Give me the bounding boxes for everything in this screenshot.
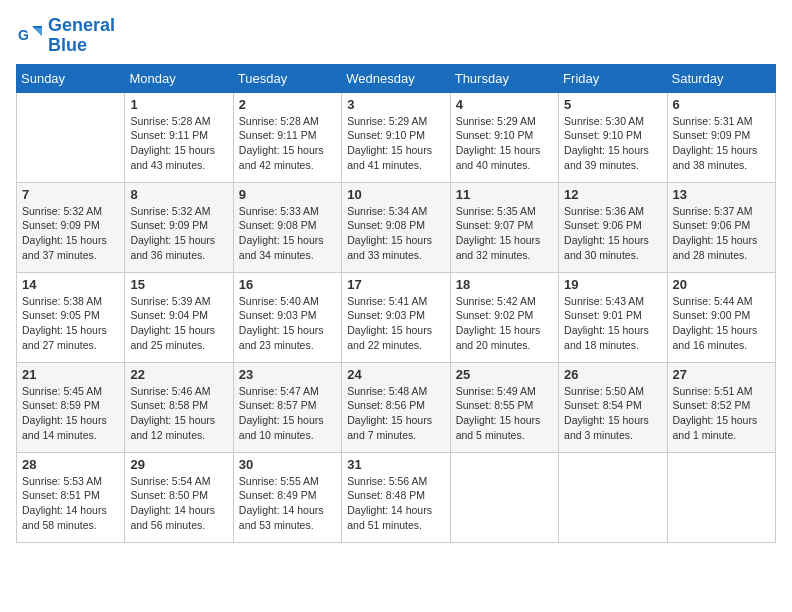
day-header-friday: Friday <box>559 64 667 92</box>
day-number: 20 <box>673 277 770 292</box>
week-row-4: 21Sunrise: 5:45 AMSunset: 8:59 PMDayligh… <box>17 362 776 452</box>
calendar-cell <box>667 452 775 542</box>
cell-info: Sunrise: 5:45 AMSunset: 8:59 PMDaylight:… <box>22 384 119 443</box>
calendar-cell: 13Sunrise: 5:37 AMSunset: 9:06 PMDayligh… <box>667 182 775 272</box>
day-number: 28 <box>22 457 119 472</box>
calendar-cell: 10Sunrise: 5:34 AMSunset: 9:08 PMDayligh… <box>342 182 450 272</box>
calendar-cell <box>559 452 667 542</box>
logo-text: GeneralBlue <box>48 16 115 56</box>
day-number: 31 <box>347 457 444 472</box>
cell-info: Sunrise: 5:51 AMSunset: 8:52 PMDaylight:… <box>673 384 770 443</box>
calendar-cell: 22Sunrise: 5:46 AMSunset: 8:58 PMDayligh… <box>125 362 233 452</box>
day-header-saturday: Saturday <box>667 64 775 92</box>
cell-info: Sunrise: 5:47 AMSunset: 8:57 PMDaylight:… <box>239 384 336 443</box>
calendar-cell: 24Sunrise: 5:48 AMSunset: 8:56 PMDayligh… <box>342 362 450 452</box>
cell-info: Sunrise: 5:31 AMSunset: 9:09 PMDaylight:… <box>673 114 770 173</box>
day-number: 19 <box>564 277 661 292</box>
cell-info: Sunrise: 5:30 AMSunset: 9:10 PMDaylight:… <box>564 114 661 173</box>
calendar-cell: 15Sunrise: 5:39 AMSunset: 9:04 PMDayligh… <box>125 272 233 362</box>
cell-info: Sunrise: 5:46 AMSunset: 8:58 PMDaylight:… <box>130 384 227 443</box>
calendar-cell: 5Sunrise: 5:30 AMSunset: 9:10 PMDaylight… <box>559 92 667 182</box>
day-number: 22 <box>130 367 227 382</box>
cell-info: Sunrise: 5:36 AMSunset: 9:06 PMDaylight:… <box>564 204 661 263</box>
calendar-cell: 2Sunrise: 5:28 AMSunset: 9:11 PMDaylight… <box>233 92 341 182</box>
calendar-cell: 7Sunrise: 5:32 AMSunset: 9:09 PMDaylight… <box>17 182 125 272</box>
calendar-cell: 18Sunrise: 5:42 AMSunset: 9:02 PMDayligh… <box>450 272 558 362</box>
cell-info: Sunrise: 5:38 AMSunset: 9:05 PMDaylight:… <box>22 294 119 353</box>
calendar-cell: 1Sunrise: 5:28 AMSunset: 9:11 PMDaylight… <box>125 92 233 182</box>
day-number: 8 <box>130 187 227 202</box>
day-number: 14 <box>22 277 119 292</box>
day-number: 21 <box>22 367 119 382</box>
day-header-sunday: Sunday <box>17 64 125 92</box>
calendar-cell: 19Sunrise: 5:43 AMSunset: 9:01 PMDayligh… <box>559 272 667 362</box>
day-number: 2 <box>239 97 336 112</box>
calendar-cell: 14Sunrise: 5:38 AMSunset: 9:05 PMDayligh… <box>17 272 125 362</box>
day-number: 13 <box>673 187 770 202</box>
calendar-cell: 9Sunrise: 5:33 AMSunset: 9:08 PMDaylight… <box>233 182 341 272</box>
calendar-cell: 25Sunrise: 5:49 AMSunset: 8:55 PMDayligh… <box>450 362 558 452</box>
day-number: 11 <box>456 187 553 202</box>
day-number: 16 <box>239 277 336 292</box>
calendar-cell <box>450 452 558 542</box>
cell-info: Sunrise: 5:34 AMSunset: 9:08 PMDaylight:… <box>347 204 444 263</box>
cell-info: Sunrise: 5:40 AMSunset: 9:03 PMDaylight:… <box>239 294 336 353</box>
day-header-monday: Monday <box>125 64 233 92</box>
calendar-cell: 29Sunrise: 5:54 AMSunset: 8:50 PMDayligh… <box>125 452 233 542</box>
cell-info: Sunrise: 5:29 AMSunset: 9:10 PMDaylight:… <box>347 114 444 173</box>
day-number: 9 <box>239 187 336 202</box>
cell-info: Sunrise: 5:39 AMSunset: 9:04 PMDaylight:… <box>130 294 227 353</box>
logo: G GeneralBlue <box>16 16 115 56</box>
cell-info: Sunrise: 5:44 AMSunset: 9:00 PMDaylight:… <box>673 294 770 353</box>
day-number: 4 <box>456 97 553 112</box>
day-header-thursday: Thursday <box>450 64 558 92</box>
calendar-cell: 21Sunrise: 5:45 AMSunset: 8:59 PMDayligh… <box>17 362 125 452</box>
cell-info: Sunrise: 5:42 AMSunset: 9:02 PMDaylight:… <box>456 294 553 353</box>
cell-info: Sunrise: 5:28 AMSunset: 9:11 PMDaylight:… <box>239 114 336 173</box>
cell-info: Sunrise: 5:41 AMSunset: 9:03 PMDaylight:… <box>347 294 444 353</box>
day-header-tuesday: Tuesday <box>233 64 341 92</box>
day-number: 26 <box>564 367 661 382</box>
day-number: 18 <box>456 277 553 292</box>
week-row-1: 1Sunrise: 5:28 AMSunset: 9:11 PMDaylight… <box>17 92 776 182</box>
cell-info: Sunrise: 5:50 AMSunset: 8:54 PMDaylight:… <box>564 384 661 443</box>
calendar-cell: 27Sunrise: 5:51 AMSunset: 8:52 PMDayligh… <box>667 362 775 452</box>
cell-info: Sunrise: 5:54 AMSunset: 8:50 PMDaylight:… <box>130 474 227 533</box>
calendar-cell: 8Sunrise: 5:32 AMSunset: 9:09 PMDaylight… <box>125 182 233 272</box>
day-number: 29 <box>130 457 227 472</box>
cell-info: Sunrise: 5:48 AMSunset: 8:56 PMDaylight:… <box>347 384 444 443</box>
calendar-cell: 26Sunrise: 5:50 AMSunset: 8:54 PMDayligh… <box>559 362 667 452</box>
day-number: 1 <box>130 97 227 112</box>
cell-info: Sunrise: 5:32 AMSunset: 9:09 PMDaylight:… <box>130 204 227 263</box>
calendar-cell: 28Sunrise: 5:53 AMSunset: 8:51 PMDayligh… <box>17 452 125 542</box>
cell-info: Sunrise: 5:37 AMSunset: 9:06 PMDaylight:… <box>673 204 770 263</box>
day-number: 17 <box>347 277 444 292</box>
cell-info: Sunrise: 5:55 AMSunset: 8:49 PMDaylight:… <box>239 474 336 533</box>
calendar-header: SundayMondayTuesdayWednesdayThursdayFrid… <box>17 64 776 92</box>
logo-icon: G <box>16 22 44 50</box>
calendar-cell: 4Sunrise: 5:29 AMSunset: 9:10 PMDaylight… <box>450 92 558 182</box>
day-number: 23 <box>239 367 336 382</box>
day-number: 24 <box>347 367 444 382</box>
calendar-cell: 20Sunrise: 5:44 AMSunset: 9:00 PMDayligh… <box>667 272 775 362</box>
day-number: 12 <box>564 187 661 202</box>
calendar-cell: 12Sunrise: 5:36 AMSunset: 9:06 PMDayligh… <box>559 182 667 272</box>
cell-info: Sunrise: 5:33 AMSunset: 9:08 PMDaylight:… <box>239 204 336 263</box>
calendar-body: 1Sunrise: 5:28 AMSunset: 9:11 PMDaylight… <box>17 92 776 542</box>
calendar-cell: 17Sunrise: 5:41 AMSunset: 9:03 PMDayligh… <box>342 272 450 362</box>
cell-info: Sunrise: 5:35 AMSunset: 9:07 PMDaylight:… <box>456 204 553 263</box>
day-number: 27 <box>673 367 770 382</box>
week-row-5: 28Sunrise: 5:53 AMSunset: 8:51 PMDayligh… <box>17 452 776 542</box>
day-number: 25 <box>456 367 553 382</box>
calendar-table: SundayMondayTuesdayWednesdayThursdayFrid… <box>16 64 776 543</box>
day-number: 10 <box>347 187 444 202</box>
cell-info: Sunrise: 5:28 AMSunset: 9:11 PMDaylight:… <box>130 114 227 173</box>
calendar-cell <box>17 92 125 182</box>
page-header: G GeneralBlue <box>16 16 776 56</box>
day-number: 3 <box>347 97 444 112</box>
cell-info: Sunrise: 5:43 AMSunset: 9:01 PMDaylight:… <box>564 294 661 353</box>
svg-marker-2 <box>34 28 42 36</box>
day-number: 5 <box>564 97 661 112</box>
calendar-cell: 11Sunrise: 5:35 AMSunset: 9:07 PMDayligh… <box>450 182 558 272</box>
week-row-3: 14Sunrise: 5:38 AMSunset: 9:05 PMDayligh… <box>17 272 776 362</box>
